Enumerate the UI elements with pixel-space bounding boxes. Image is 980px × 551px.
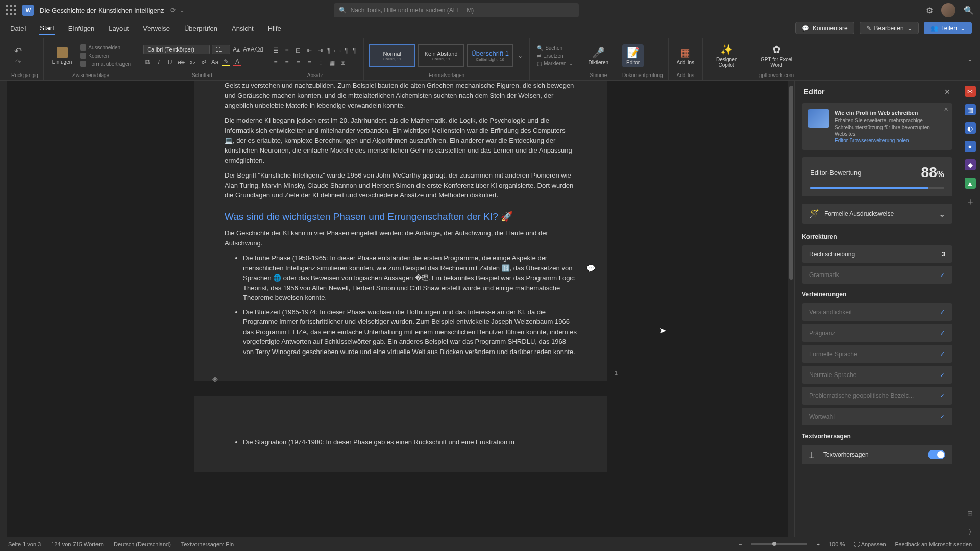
undo-button[interactable]: ↶ ↷ (11, 43, 25, 68)
menu-hilfe[interactable]: Hilfe (267, 22, 282, 34)
paste-button[interactable]: Einfügen (49, 45, 75, 67)
comments-button[interactable]: 💬Kommentare (795, 22, 854, 34)
format-painter-button[interactable]: Format übertragen (78, 60, 133, 67)
feedback-link[interactable]: Feedback an Microsoft senden (895, 541, 972, 547)
search-button[interactable]: 🔍Suchen (535, 45, 574, 52)
app-launcher-icon[interactable] (6, 5, 16, 15)
style-no-spacing[interactable]: Kein AbstandCalibri, 11 (418, 44, 464, 67)
share-button[interactable]: 👥Teilen⌄ (924, 22, 972, 34)
font-color-icon[interactable]: A (233, 58, 241, 66)
dictate-button[interactable]: 🎤Diktieren (585, 44, 611, 67)
align-right-icon[interactable]: ≡ (294, 59, 302, 67)
redo-icon[interactable]: ↷ (15, 58, 21, 66)
rail-app-icon[interactable]: ◐ (965, 122, 976, 134)
rail-app-icon[interactable]: ⊞ (965, 507, 976, 518)
select-button[interactable]: ⬚Markieren⌄ (535, 60, 574, 67)
promo-link[interactable]: Editor-Browsererweiterung holen (835, 138, 909, 143)
align-left-icon[interactable]: ≡ (272, 59, 280, 67)
rail-collapse-icon[interactable]: ⟩ (965, 525, 976, 537)
list-item[interactable]: Die frühe Phase (1950-1965: In dieser Ph… (243, 253, 577, 303)
body-paragraph[interactable]: Die moderne KI begann jedoch erst im 20.… (225, 116, 577, 166)
font-size-select[interactable]: 11 (212, 45, 230, 54)
clear-format-icon[interactable]: A⌫ (253, 45, 261, 54)
status-predictions[interactable]: Textvorhersagen: Ein (181, 541, 234, 547)
replace-button[interactable]: ⇄Ersetzen (535, 53, 574, 59)
document-scrollbar[interactable] (788, 81, 794, 537)
bold-icon[interactable]: B (143, 58, 152, 66)
superscript-icon[interactable]: x² (200, 58, 208, 66)
settings-icon[interactable]: ⚙ (926, 6, 933, 15)
ltr-icon[interactable]: ¶→ (328, 46, 336, 55)
body-paragraph[interactable]: Geist zu verstehen und nachzubilden. Zum… (225, 81, 577, 111)
edit-mode-button[interactable]: ✎Bearbeiten⌄ (860, 22, 919, 34)
refinement-row[interactable]: Verständlichkeit✓ (802, 303, 952, 321)
menu-verweise[interactable]: Verweise (142, 22, 171, 34)
menu-datei[interactable]: Datei (9, 22, 27, 34)
line-spacing-icon[interactable]: ↕ (316, 59, 325, 67)
refinement-row[interactable]: Formelle Sprache✓ (802, 345, 952, 363)
inline-suggestion-icon[interactable]: ◈ (212, 373, 595, 384)
bullet-list[interactable]: Die Stagnation (1974-1980: In dieser Pha… (225, 437, 577, 447)
search-input[interactable]: 🔍 Nach Tools, Hilfe und mehr suchen (ALT… (334, 3, 579, 17)
fit-button[interactable]: ⛶ Anpassen (854, 541, 886, 547)
style-normal[interactable]: NormalCalibri, 11 (369, 44, 415, 67)
status-page[interactable]: Seite 1 von 3 (8, 541, 41, 547)
document-page-2[interactable]: Die Stagnation (1974-1980: In dieser Pha… (194, 396, 607, 472)
body-paragraph[interactable]: Die Geschichte der KI kann in vier Phase… (225, 228, 577, 248)
menu-einfuegen[interactable]: Einfügen (67, 22, 95, 34)
refinement-row[interactable]: Neutrale Sprache✓ (802, 366, 952, 384)
zoom-in-icon[interactable]: + (817, 541, 820, 547)
gpt-button[interactable]: ✿GPT for Excel Word (755, 41, 797, 70)
grow-font-icon[interactable]: A▴ (232, 45, 240, 54)
italic-icon[interactable]: I (155, 58, 163, 66)
rail-app-icon[interactable]: ▲ (965, 178, 976, 189)
rail-app-icon[interactable]: ✉ (965, 86, 976, 97)
shading-icon[interactable]: ▦ (328, 59, 336, 67)
bullet-list[interactable]: Die frühe Phase (1950-1965: In dieser Ph… (225, 253, 577, 357)
menu-ansicht[interactable]: Ansicht (231, 22, 255, 34)
menu-layout[interactable]: Layout (108, 22, 130, 34)
multilevel-icon[interactable]: ⊟ (294, 46, 302, 55)
outdent-icon[interactable]: ⇤ (305, 46, 313, 55)
document-canvas[interactable]: Geist zu verstehen und nachzubilden. Zum… (7, 81, 794, 537)
subscript-icon[interactable]: x₂ (188, 58, 197, 66)
user-avatar[interactable] (941, 3, 955, 17)
refinement-row[interactable]: Problematische geopolitische Bezeic...✓ (802, 387, 952, 405)
document-title[interactable]: Die Geschichte der Künstlichen Intellige… (40, 7, 164, 14)
close-icon[interactable]: ✕ (944, 88, 950, 96)
shrink-font-icon[interactable]: A▾ (242, 45, 251, 54)
ribbon-collapse-icon[interactable]: ⌄ (966, 55, 974, 63)
styles-expand-icon[interactable]: ⌄ (516, 52, 524, 60)
rtl-icon[interactable]: ←¶ (339, 46, 347, 55)
case-icon[interactable]: Aa (211, 58, 219, 66)
refinement-row[interactable]: Prägnanz✓ (802, 324, 952, 342)
document-page-1[interactable]: Geist zu verstehen und nachzubilden. Zum… (194, 81, 607, 381)
scroll-thumb[interactable] (789, 86, 793, 280)
editor-score-card[interactable]: Editor-Bewertung 88% (802, 157, 952, 196)
list-item[interactable]: Die Blütezeit (1965-1974: In dieser Phas… (243, 307, 577, 357)
addins-button[interactable]: ▦Add-Ins (674, 44, 697, 67)
rail-app-icon[interactable]: ◆ (965, 159, 976, 170)
refinement-row[interactable]: Wortwahl✓ (802, 408, 952, 425)
find-icon[interactable]: 🔍 (964, 6, 974, 15)
body-paragraph[interactable]: Der Begriff "Künstliche Intelligenz" wur… (225, 170, 577, 201)
list-item[interactable]: Die Stagnation (1974-1980: In dieser Pha… (243, 437, 577, 447)
chevron-down-icon[interactable]: ⌄ (180, 7, 185, 14)
editor-button[interactable]: 📝Editor (622, 44, 644, 67)
rail-app-icon[interactable]: ● (965, 141, 976, 152)
align-center-icon[interactable]: ≡ (283, 59, 291, 67)
cut-button[interactable]: Ausschneiden (78, 44, 133, 51)
borders-icon[interactable]: ⊞ (339, 59, 347, 67)
rail-app-icon[interactable]: ▦ (965, 104, 976, 115)
menu-start[interactable]: Start (39, 22, 55, 35)
justify-icon[interactable]: ≡ (305, 59, 313, 67)
copy-button[interactable]: Kopieren (78, 52, 133, 59)
status-language[interactable]: Deutsch (Deutschland) (114, 541, 171, 547)
section-heading[interactable]: Was sind die wichtigsten Phasen und Erru… (225, 210, 577, 224)
font-name-select[interactable]: Calibri (Textkörper) (143, 45, 210, 54)
zoom-value[interactable]: 100 % (829, 541, 845, 547)
indent-icon[interactable]: ⇥ (316, 46, 325, 55)
style-heading1[interactable]: Überschrift 1Calibri Light, 16 (467, 44, 513, 67)
zoom-out-icon[interactable]: − (739, 541, 742, 547)
zoom-slider[interactable] (751, 543, 807, 545)
